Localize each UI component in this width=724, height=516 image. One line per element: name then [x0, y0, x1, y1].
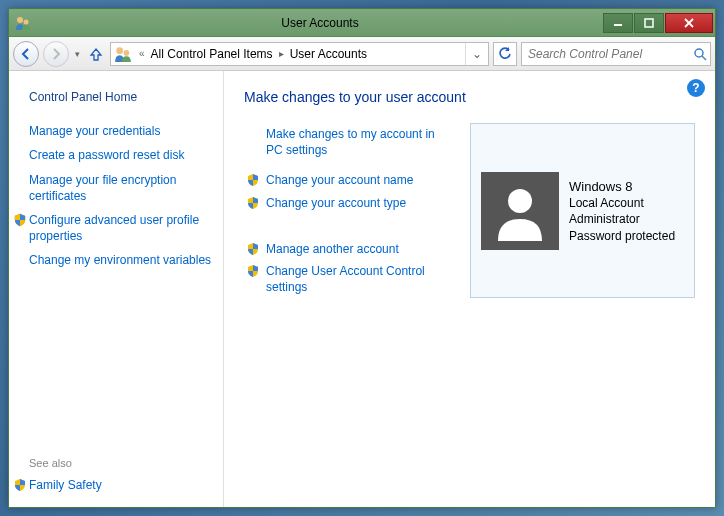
- sidebar-advanced-profile[interactable]: Configure advanced user profile properti…: [9, 208, 223, 248]
- link-pc-settings[interactable]: Make changes to my account in PC setting…: [244, 123, 454, 161]
- shield-icon: [246, 196, 260, 210]
- svg-line-9: [702, 56, 706, 60]
- link-label: Change User Account Control settings: [266, 263, 454, 295]
- shield-icon: [13, 478, 27, 492]
- shield-icon: [246, 242, 260, 256]
- account-type: Local Account: [569, 195, 675, 211]
- app-icon: [15, 15, 31, 31]
- svg-rect-3: [645, 19, 653, 27]
- sidebar-manage-credentials[interactable]: Manage your credentials: [9, 119, 223, 143]
- svg-point-1: [24, 19, 29, 24]
- search-icon[interactable]: [690, 47, 710, 61]
- link-manage-another[interactable]: Manage another account: [244, 238, 454, 260]
- account-card: Windows 8 Local Account Administrator Pa…: [470, 123, 695, 298]
- window-controls: [603, 13, 713, 33]
- maximize-button[interactable]: [634, 13, 664, 33]
- breadcrumb[interactable]: « All Control Panel Items ▸ User Account…: [110, 42, 489, 66]
- refresh-button[interactable]: [493, 42, 517, 66]
- shield-icon: [246, 264, 260, 278]
- breadcrumb-dropdown[interactable]: ⌄: [465, 43, 488, 65]
- account-name: Windows 8: [569, 178, 675, 196]
- titlebar: User Accounts: [9, 9, 715, 37]
- shield-icon: [246, 173, 260, 187]
- svg-point-0: [17, 17, 23, 23]
- breadcrumb-separator-icon: ▸: [275, 48, 288, 59]
- shield-icon: [13, 213, 27, 227]
- main-panel: Make changes to your user account Make c…: [224, 71, 715, 507]
- control-panel-home-link[interactable]: Control Panel Home: [9, 85, 223, 109]
- sidebar-file-encryption[interactable]: Manage your file encryption certificates: [9, 168, 223, 208]
- link-change-type[interactable]: Change your account type: [244, 192, 454, 214]
- svg-point-8: [695, 49, 703, 57]
- link-label: Change your account name: [266, 172, 413, 188]
- sidebar-family-safety[interactable]: Family Safety: [9, 473, 223, 497]
- svg-point-10: [508, 189, 532, 213]
- link-change-name[interactable]: Change your account name: [244, 169, 454, 191]
- search-input[interactable]: [522, 47, 690, 61]
- minimize-button[interactable]: [603, 13, 633, 33]
- close-button[interactable]: [665, 13, 713, 33]
- svg-point-6: [116, 47, 123, 54]
- navigation-bar: ▾ « All Control Panel Items ▸ User Accou…: [9, 37, 715, 71]
- window-title: User Accounts: [37, 16, 603, 30]
- svg-point-7: [124, 50, 130, 56]
- search-box: [521, 42, 711, 66]
- avatar: [481, 172, 559, 250]
- sidebar-env-variables[interactable]: Change my environment variables: [9, 248, 223, 272]
- sidebar-item-label: Family Safety: [29, 477, 102, 493]
- breadcrumb-overflow-icon[interactable]: «: [135, 48, 149, 59]
- link-uac-settings[interactable]: Change User Account Control settings: [244, 260, 454, 298]
- content-area: ? Control Panel Home Manage your credent…: [9, 71, 715, 507]
- page-heading: Make changes to your user account: [244, 89, 695, 105]
- back-button[interactable]: [13, 41, 39, 67]
- breadcrumb-item-control-panel[interactable]: All Control Panel Items: [149, 47, 275, 61]
- sidebar: Control Panel Home Manage your credentia…: [9, 71, 224, 507]
- account-info: Windows 8 Local Account Administrator Pa…: [569, 178, 675, 244]
- breadcrumb-icon: [114, 45, 132, 63]
- user-accounts-window: User Accounts ▾ « All Control Panel Item…: [8, 8, 716, 508]
- up-button[interactable]: [86, 44, 106, 64]
- forward-button[interactable]: [43, 41, 69, 67]
- breadcrumb-item-user-accounts[interactable]: User Accounts: [288, 47, 369, 61]
- account-pw-status: Password protected: [569, 228, 675, 244]
- link-label: Change your account type: [266, 195, 406, 211]
- link-label: Manage another account: [266, 241, 399, 257]
- sidebar-item-label: Configure advanced user profile properti…: [29, 212, 213, 244]
- sidebar-password-reset-disk[interactable]: Create a password reset disk: [9, 143, 223, 167]
- recent-locations-dropdown[interactable]: ▾: [73, 49, 82, 59]
- account-actions: Make changes to my account in PC setting…: [244, 123, 454, 298]
- account-role: Administrator: [569, 211, 675, 227]
- see-also-label: See also: [9, 453, 223, 473]
